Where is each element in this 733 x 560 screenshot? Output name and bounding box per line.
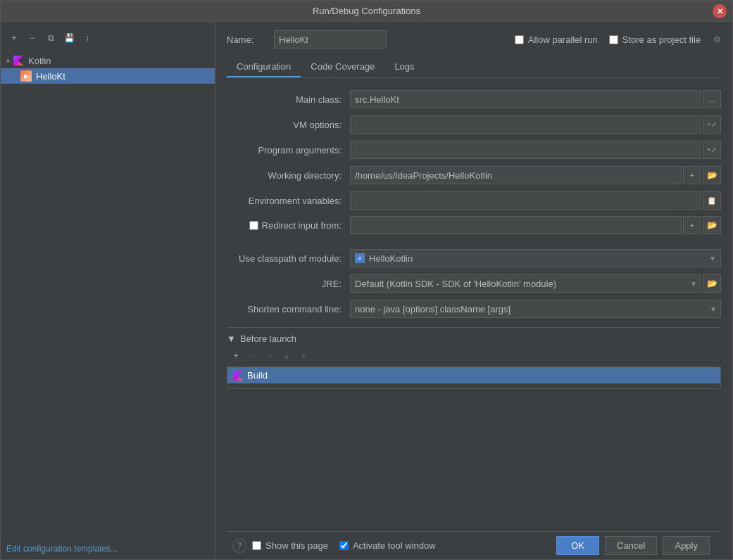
program-args-row: Program arguments: +⤢ [227, 140, 721, 160]
jre-input-wrap: Default (Kotlin SDK - SDK of 'HelloKotli… [350, 274, 721, 293]
bl-remove-button[interactable]: − [245, 348, 261, 364]
env-vars-input[interactable] [350, 191, 701, 210]
vm-options-input[interactable] [350, 115, 701, 134]
main-class-label: Main class: [227, 94, 350, 105]
working-dir-folder-button[interactable]: 📂 [703, 166, 721, 184]
name-label: Name: [227, 34, 265, 45]
sidebar-item-hellokt[interactable]: ▶ HelloKt [1, 68, 215, 84]
working-dir-expand-button[interactable]: + [683, 166, 701, 184]
form-content: Main class: ... VM options: +⤢ [227, 89, 721, 531]
shorten-label: Shorten command line: [227, 304, 350, 314]
bl-move-up-button[interactable]: ▲ [279, 348, 294, 364]
build-kotlin-icon [233, 371, 243, 381]
redirect-expand-button[interactable]: + [683, 216, 701, 234]
kotlin-logo-icon [13, 55, 24, 66]
bl-move-down-button[interactable]: ▼ [296, 348, 311, 364]
env-vars-edit-button[interactable]: 📋 [703, 191, 721, 210]
store-as-project-checkbox[interactable] [609, 35, 618, 44]
classpath-value: HelloKotlin [369, 253, 709, 264]
shorten-select[interactable]: none - java [options] className [args] c… [350, 300, 721, 318]
vm-options-label: VM options: [227, 120, 350, 130]
main-class-browse-button[interactable]: ... [703, 90, 721, 108]
vm-options-row: VM options: +⤢ [227, 115, 721, 134]
add-config-button[interactable]: + [6, 30, 22, 46]
store-as-project-label[interactable]: Store as project file [609, 34, 701, 45]
program-args-input-wrap: +⤢ [350, 141, 721, 159]
program-args-expand-button[interactable]: +⤢ [703, 141, 721, 159]
main-content: + − ⧉ 💾 ↕ ▾ [1, 22, 732, 559]
working-dir-label: Working directory: [227, 170, 350, 181]
classpath-module-icon: ≡ [355, 253, 365, 263]
tabs-bar: Configuration Code Coverage Logs [227, 57, 721, 78]
right-panel: Name: Allow parallel run Store as projec… [215, 22, 732, 559]
main-class-input-wrap: ... [350, 90, 721, 108]
redirect-checkbox-label[interactable]: Redirect input from: [249, 220, 342, 231]
dialog-title: Run/Debug Configurations [313, 6, 420, 16]
shorten-dropdown-container: none - java [options] className [args] c… [350, 300, 721, 318]
bottom-actions: OK Cancel Apply [556, 536, 710, 555]
vm-options-input-wrap: +⤢ [350, 115, 721, 134]
before-launch-header[interactable]: ▼ Before launch [227, 333, 721, 344]
svg-marker-1 [233, 371, 243, 381]
store-project-gear-icon[interactable]: ⚙ [713, 34, 721, 44]
redirect-folder-button[interactable]: 📂 [703, 216, 721, 234]
bl-edit-button[interactable]: ✏ [262, 348, 277, 364]
sidebar-item-label: HelloKt [36, 71, 65, 82]
jre-select[interactable]: Default (Kotlin SDK - SDK of 'HelloKotli… [350, 274, 701, 293]
show-page-checkbox[interactable] [252, 541, 261, 550]
tab-logs[interactable]: Logs [384, 57, 424, 77]
env-vars-label: Environment variables: [227, 196, 350, 206]
working-dir-input[interactable] [350, 166, 682, 184]
title-bar: Run/Debug Configurations ✕ [1, 1, 732, 22]
main-class-input[interactable] [350, 90, 701, 108]
kotlin-group-header[interactable]: ▾ Kotl [1, 53, 215, 68]
name-options: Allow parallel run Store as project file… [515, 34, 721, 45]
edit-templates-link[interactable]: Edit configuration templates... [1, 538, 215, 559]
main-class-row: Main class: ... [227, 89, 721, 109]
redirect-input[interactable] [350, 216, 682, 234]
env-vars-row: Environment variables: 📋 [227, 191, 721, 210]
close-button[interactable]: ✕ [713, 4, 727, 18]
sort-config-button[interactable]: ↕ [80, 30, 95, 46]
sidebar-toolbar: + − ⧉ 💾 ↕ [1, 27, 215, 49]
before-launch-toolbar: + − ✏ ▲ ▼ [227, 348, 721, 364]
activate-tool-label[interactable]: Activate tool window [339, 540, 436, 551]
program-args-label: Program arguments: [227, 145, 350, 155]
bl-add-button[interactable]: + [228, 348, 244, 364]
redirect-checkbox[interactable] [249, 221, 258, 230]
kotlin-group-label: Kotlin [28, 56, 51, 66]
save-config-button[interactable]: 💾 [61, 30, 77, 46]
help-button[interactable]: ? [232, 539, 246, 553]
show-page-label[interactable]: Show this page [252, 540, 328, 551]
copy-config-button[interactable]: ⧉ [43, 30, 58, 46]
classpath-select[interactable]: ≡ HelloKotlin ▼ [350, 249, 721, 267]
group-arrow-icon: ▾ [6, 57, 10, 65]
classpath-row: Use classpath of module: ≡ HelloKotlin ▼ [227, 248, 721, 268]
classpath-label: Use classpath of module: [227, 253, 350, 264]
svg-marker-0 [13, 56, 23, 65]
tab-code-coverage[interactable]: Code Coverage [301, 57, 384, 77]
tab-configuration[interactable]: Configuration [227, 57, 301, 77]
before-launch-collapse-icon: ▼ [227, 333, 236, 344]
allow-parallel-checkbox[interactable] [515, 35, 524, 44]
kotlin-group: ▾ Kotl [1, 51, 215, 85]
jre-folder-button[interactable]: 📂 [703, 274, 721, 293]
activate-tool-checkbox[interactable] [339, 541, 349, 550]
before-launch-section: ▼ Before launch + − ✏ ▲ ▼ [227, 327, 721, 389]
cancel-button[interactable]: Cancel [605, 536, 657, 555]
ok-button[interactable]: OK [556, 536, 599, 555]
name-input[interactable] [274, 30, 387, 49]
build-item[interactable]: Build [227, 367, 720, 383]
redirect-input-wrap: + 📂 [350, 216, 721, 234]
build-list: Build [227, 367, 721, 389]
remove-config-button[interactable]: − [25, 30, 40, 46]
redirect-row: Redirect input from: + 📂 [227, 216, 721, 234]
apply-button[interactable]: Apply [663, 536, 710, 555]
allow-parallel-label[interactable]: Allow parallel run [515, 34, 598, 45]
classpath-dropdown-container: ≡ HelloKotlin ▼ [350, 249, 721, 267]
vm-options-expand-button[interactable]: +⤢ [703, 115, 721, 134]
program-args-input[interactable] [350, 141, 701, 159]
before-launch-label: Before launch [240, 333, 296, 344]
jre-label: JRE: [227, 279, 350, 289]
sidebar: + − ⧉ 💾 ↕ ▾ [1, 22, 215, 559]
